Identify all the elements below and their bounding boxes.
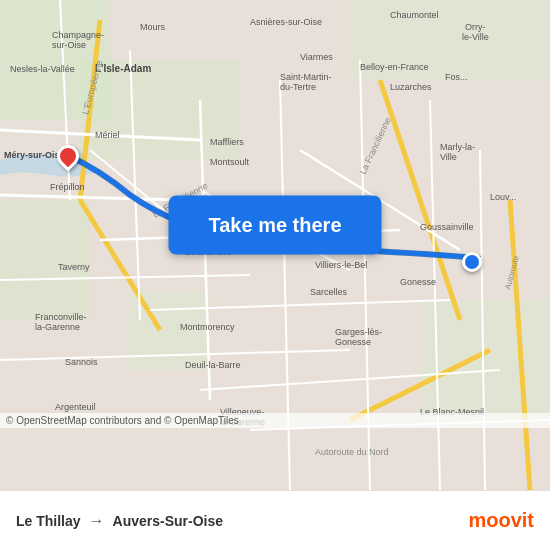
destination-marker (462, 252, 482, 272)
svg-text:Gonesse: Gonesse (400, 277, 436, 287)
svg-text:Mours: Mours (140, 22, 166, 32)
svg-text:Louv...: Louv... (490, 192, 516, 202)
svg-text:Montsoult: Montsoult (210, 157, 250, 167)
svg-text:Chaumontel: Chaumontel (390, 10, 439, 20)
svg-text:Deuil-la-Barre: Deuil-la-Barre (185, 360, 241, 370)
svg-text:Luzarches: Luzarches (390, 82, 432, 92)
svg-text:Maffliers: Maffliers (210, 137, 244, 147)
svg-text:Sannois: Sannois (65, 357, 98, 367)
svg-text:Goussainville: Goussainville (420, 222, 474, 232)
map-container: Champagne- sur-Oise Mours Asnières-sur-O… (0, 0, 550, 490)
bottom-bar: Le Thillay → Auvers-Sur-Oise moovit (0, 490, 550, 550)
svg-text:Taverny: Taverny (58, 262, 90, 272)
svg-text:Mériel: Mériel (95, 130, 120, 140)
svg-text:Villiers-le-Bel: Villiers-le-Bel (315, 260, 367, 270)
svg-text:Marly-la-: Marly-la- (440, 142, 475, 152)
svg-text:Montmorency: Montmorency (180, 322, 235, 332)
svg-text:Frépillon: Frépillon (50, 182, 85, 192)
svg-text:Belloy-en-France: Belloy-en-France (360, 62, 429, 72)
origin-marker (57, 145, 79, 167)
svg-text:Gonesse: Gonesse (335, 337, 371, 347)
arrow-icon: → (89, 512, 105, 530)
svg-text:du-Tertre: du-Tertre (280, 82, 316, 92)
svg-text:Orry-: Orry- (465, 22, 486, 32)
take-me-there-button[interactable]: Take me there (168, 196, 381, 255)
origin-label: Le Thillay (16, 513, 81, 529)
moovit-text: moovit (468, 509, 534, 532)
svg-text:Viarmes: Viarmes (300, 52, 333, 62)
svg-text:Saint-Martin-: Saint-Martin- (280, 72, 332, 82)
svg-text:Champagne-: Champagne- (52, 30, 104, 40)
svg-text:la-Garenne: la-Garenne (35, 322, 80, 332)
svg-text:Fos...: Fos... (445, 72, 468, 82)
svg-text:Asnières-sur-Oise: Asnières-sur-Oise (250, 17, 322, 27)
svg-text:Sarcelles: Sarcelles (310, 287, 348, 297)
svg-text:Nesles-la-Vallée: Nesles-la-Vallée (10, 64, 75, 74)
copyright-text: © OpenStreetMap contributors and © OpenM… (0, 413, 550, 428)
svg-text:sur-Oise: sur-Oise (52, 40, 86, 50)
svg-rect-6 (420, 300, 550, 420)
svg-rect-3 (0, 200, 90, 320)
svg-text:Ville: Ville (440, 152, 457, 162)
svg-text:Argenteuil: Argenteuil (55, 402, 96, 412)
svg-text:Franconville-: Franconville- (35, 312, 87, 322)
svg-text:Garges-lès-: Garges-lès- (335, 327, 382, 337)
svg-text:le-Ville: le-Ville (462, 32, 489, 42)
svg-text:Méry-sur-Oise: Méry-sur-Oise (4, 150, 65, 160)
moovit-logo: moovit (468, 509, 534, 532)
svg-text:Autoroute du Nord: Autoroute du Nord (315, 447, 389, 457)
destination-label: Auvers-Sur-Oise (113, 513, 223, 529)
